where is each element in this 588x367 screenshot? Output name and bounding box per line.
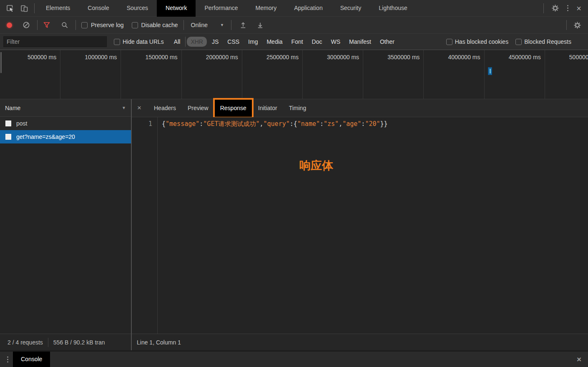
request-row-post[interactable]: post (0, 117, 131, 130)
type-filter-all[interactable]: All (170, 37, 184, 47)
timeline-column: 4500000 ms (485, 50, 545, 99)
export-har-icon[interactable] (256, 21, 264, 29)
disable-cache-checkbox[interactable] (132, 22, 138, 28)
detail-tab-preview[interactable]: Preview (182, 99, 214, 117)
editor-gutter: 1 (132, 117, 158, 334)
devtools-window: ElementsConsoleSourcesNetworkPerformance… (0, 0, 588, 367)
timeline-tick-label: 4500000 ms (509, 54, 541, 60)
type-filter-other[interactable]: Other (376, 37, 398, 47)
filter-funnel-icon[interactable] (43, 21, 50, 29)
kebab-menu-icon[interactable] (567, 4, 569, 12)
tab-sources[interactable]: Sources (118, 0, 157, 17)
tab-memory[interactable]: Memory (247, 0, 286, 17)
clear-network-log-icon[interactable] (23, 21, 30, 29)
preserve-log-checkbox[interactable] (81, 22, 88, 28)
response-editor[interactable]: 1 {"message":"GET请求测试成功","query":{"name"… (132, 117, 588, 334)
json-token-string: "message" (166, 120, 199, 128)
timeline-column: 2500000 ms (242, 50, 303, 99)
type-filter-ws[interactable]: WS (327, 37, 344, 47)
name-column-header[interactable]: Name ▼ (0, 99, 131, 117)
file-icon (5, 134, 11, 140)
toolbar-divider (231, 20, 231, 30)
type-filter-font[interactable]: Font (288, 37, 307, 47)
throttling-dropdown[interactable]: Online ▼ (189, 22, 226, 28)
sort-down-icon: ▼ (122, 106, 126, 110)
request-row-get-name-zs-age-20[interactable]: get?name=zs&age=20 (0, 130, 131, 143)
network-main-area: Name ▼ postget?name=zs&age=20 2 / 4 requ… (0, 99, 588, 350)
preserve-log-label: Preserve log (91, 22, 124, 28)
record-network-log-icon[interactable] (7, 23, 12, 28)
timeline-tick-label: 1000000 ms (85, 54, 117, 60)
tab-lighthouse[interactable]: Lighthouse (370, 0, 416, 17)
timeline-tick-label: 1500000 ms (146, 54, 178, 60)
network-filter-bar: Hide data URLs AllXHRJSCSSImgMediaFontDo… (0, 34, 588, 50)
type-filter-doc[interactable]: Doc (308, 37, 326, 47)
tab-elements[interactable]: Elements (37, 0, 79, 17)
type-filter-js[interactable]: JS (208, 37, 222, 47)
type-filter-css[interactable]: CSS (224, 37, 243, 47)
json-token-punct: }} (380, 120, 388, 128)
tab-network[interactable]: Network (157, 0, 196, 17)
request-name: get?name=zs&age=20 (16, 133, 75, 140)
main-tab-bar-right: × (543, 3, 588, 13)
detail-tab-response[interactable]: Response (214, 99, 252, 117)
timeline-left-handle[interactable] (0, 52, 2, 73)
json-token-punct: : (199, 120, 203, 128)
json-token-string: "zs" (324, 120, 339, 128)
timeline-column: 500000 ms (0, 50, 60, 99)
tab-performance[interactable]: Performance (196, 0, 246, 17)
drawer-tab-console[interactable]: Console (13, 352, 50, 367)
file-icon (5, 121, 11, 126)
timeline-tick-label: 3000000 ms (327, 54, 359, 60)
json-token-string: "20" (365, 120, 380, 128)
json-token-string: "query" (264, 120, 290, 128)
json-token-punct: , (339, 120, 342, 128)
type-filter-img[interactable]: Img (244, 37, 261, 47)
tab-security[interactable]: Security (332, 0, 370, 17)
type-filter-media[interactable]: Media (263, 37, 286, 47)
filter-input[interactable] (3, 36, 107, 47)
tab-application[interactable]: Application (285, 0, 332, 17)
detail-tabs-bar: × HeadersPreviewResponseInitiatorTiming (132, 99, 588, 117)
json-token-punct: :{ (290, 120, 297, 128)
detail-tab-headers[interactable]: Headers (148, 99, 182, 117)
tab-console[interactable]: Console (79, 0, 118, 17)
requests-panel: Name ▼ postget?name=zs&age=20 2 / 4 requ… (0, 99, 131, 350)
settings-gear-icon[interactable] (551, 4, 559, 12)
close-devtools-icon[interactable]: × (576, 4, 581, 13)
device-toolbar-icon[interactable] (20, 4, 28, 13)
filter-divider (185, 37, 186, 47)
request-timeline-marker[interactable] (488, 67, 492, 75)
blocked-requests-label: Blocked Requests (524, 38, 571, 45)
inspect-element-icon[interactable] (6, 4, 14, 13)
toolbar-divider (183, 20, 184, 30)
request-type-filters: AllXHRJSCSSImgMediaFontDocWSManifestOthe… (170, 37, 398, 47)
timeline-overview[interactable]: 500000 ms1000000 ms1500000 ms2000000 ms2… (0, 50, 588, 99)
detail-tabs: HeadersPreviewResponseInitiatorTiming (148, 99, 312, 117)
filter-bar-right: Has blocked cookies Blocked Requests (446, 38, 585, 45)
main-tab-bar: ElementsConsoleSourcesNetworkPerformance… (0, 0, 588, 17)
toolbar-divider (543, 3, 544, 13)
hide-data-urls-label: Hide data URLs (123, 38, 164, 45)
cursor-position: Line 1, Column 1 (137, 339, 181, 346)
request-name: post (16, 120, 27, 127)
type-filter-manifest[interactable]: Manifest (345, 37, 375, 47)
close-drawer-icon[interactable]: × (577, 355, 581, 364)
search-icon[interactable] (61, 21, 68, 29)
detail-tab-timing[interactable]: Timing (283, 99, 312, 117)
network-toolbar: Preserve log Disable cache Online ▼ (0, 17, 588, 34)
blocked-requests-checkbox[interactable] (515, 39, 522, 45)
drawer-kebab-menu-icon[interactable] (7, 356, 9, 363)
network-settings-gear-icon[interactable] (573, 21, 581, 29)
type-filter-xhr[interactable]: XHR (187, 37, 207, 47)
response-json-line: {"message":"GET请求测试成功","query":{"name":"… (162, 120, 388, 128)
has-blocked-cookies-checkbox[interactable] (446, 39, 452, 45)
name-column-label: Name (5, 105, 20, 111)
close-detail-icon[interactable]: × (137, 104, 148, 112)
timeline-column: 3000000 ms (303, 50, 363, 99)
status-divider (48, 338, 48, 347)
hide-data-urls-checkbox[interactable] (114, 39, 120, 45)
detail-tab-initiator[interactable]: Initiator (252, 99, 283, 117)
requests-count: 2 / 4 requests (0, 339, 43, 346)
import-har-icon[interactable] (239, 21, 247, 29)
